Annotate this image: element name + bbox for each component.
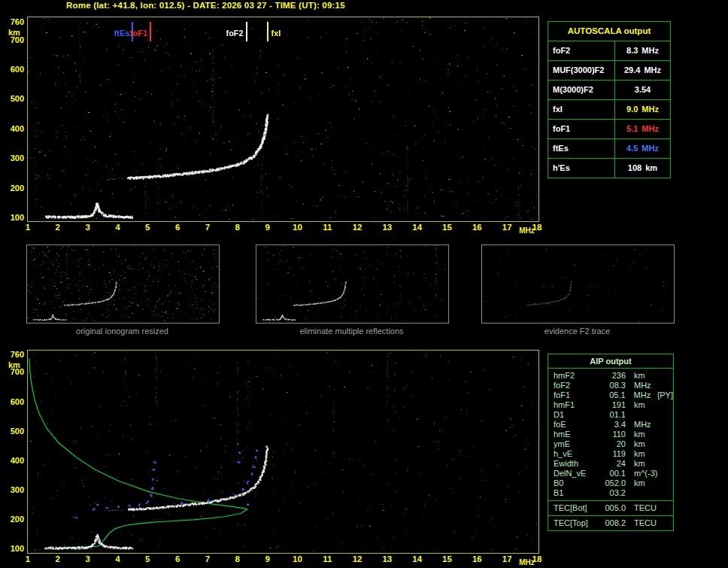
x-tick-label: 2: [56, 554, 60, 563]
ionogram-plot: [27, 17, 539, 222]
x-tick-label: 15: [442, 554, 452, 563]
y-tick-label: 760: [2, 17, 24, 26]
autoscala-row-value: 29.4MHz: [615, 61, 670, 80]
y-tick-label: 200: [2, 184, 24, 193]
x-tick-label: 5: [145, 554, 150, 563]
autoscala-row: foF28.3MHz: [548, 41, 670, 61]
autoscala-row-label: M(3000)F2: [548, 80, 615, 99]
x-tick-label: 17: [502, 223, 512, 232]
thumbnail-f2-canvas: [482, 245, 672, 321]
y-tick-label: 300: [2, 485, 24, 494]
aip-row: B103.2: [548, 488, 673, 498]
y-tick-label: 500: [2, 94, 24, 103]
aip-row: foF208.3MHz: [548, 381, 673, 390]
thumbnail-f2-trace: [481, 245, 675, 323]
autoscala-table-rows: foF28.3MHzMUF(3000)F229.4MHzM(3000)F23.5…: [548, 41, 670, 178]
x-tick-label: 9: [265, 554, 269, 563]
x-tick-label: 12: [353, 554, 362, 563]
x-tick-label: 16: [472, 223, 482, 232]
y-tick-label: 600: [2, 397, 24, 406]
autoscala-row-value: 8.3MHz: [615, 41, 670, 60]
x-tick-label: 14: [412, 554, 422, 563]
aip-tec-row: TEC[Top]008.2TECU: [548, 518, 673, 528]
y-axis-unit: km: [8, 360, 20, 369]
thumbnail-original-canvas: [27, 245, 217, 321]
x-axis-unit: MHz: [519, 226, 535, 235]
x-tick-label: 14: [412, 223, 422, 232]
x-tick-label: 10: [293, 554, 302, 563]
aip-row: B0052.0km: [548, 478, 673, 488]
y-tick-label: 400: [2, 456, 24, 465]
x-tick-label: 9: [265, 223, 269, 232]
aip-tec-divider: [548, 515, 673, 516]
autoscala-row-value: 3.54: [615, 80, 670, 99]
x-tick-label: 13: [382, 554, 392, 563]
aip-row: h_vE119km: [548, 449, 673, 459]
x-tick-label: 11: [323, 223, 332, 232]
y-tick-label: 760: [2, 350, 24, 359]
autoscala-row-label: fxI: [548, 100, 615, 119]
x-tick-label: 8: [235, 554, 240, 563]
station-title: Rome (lat: +41.8, lon: 012.5) - DATE: 20…: [66, 1, 345, 10]
aip-tec-row: TEC[Bot]005.0TECU: [548, 503, 673, 513]
autoscala-row: foF15.1MHz: [548, 120, 670, 139]
x-tick-label: 8: [235, 223, 240, 232]
x-tick-label: 15: [442, 223, 452, 232]
x-tick-label: 4: [115, 223, 120, 232]
x-tick-label: 4: [115, 554, 120, 563]
x-tick-label: 12: [353, 223, 362, 232]
autoscala-row-value: 9.0MHz: [615, 100, 670, 119]
y-axis-unit: km: [8, 28, 20, 37]
aip-table-title: AIP output: [548, 354, 673, 369]
y-tick-label: 600: [2, 65, 24, 74]
autoscala-row: fxI9.0MHz: [548, 100, 670, 120]
x-tick-label: 1: [26, 223, 30, 232]
autoscala-row-value: 5.1MHz: [615, 120, 670, 138]
x-tick-label: 10: [293, 223, 302, 232]
caption-f2-trace: evidence F2 trace: [481, 327, 673, 336]
aip-row: foE3.4MHz: [548, 420, 673, 430]
x-tick-label: 3: [85, 223, 89, 232]
aip-row: foF105.1MHz[PY]: [548, 390, 673, 400]
autoscala-row: M(3000)F23.54: [548, 80, 670, 100]
aip-row: DelN_vE00.1m^(-3): [548, 469, 673, 478]
autoscala-output-table: AUTOSCALA output foF28.3MHzMUF(3000)F229…: [548, 21, 671, 178]
thumbnail-original-ionogram: [26, 245, 220, 323]
x-tick-label: 6: [175, 223, 180, 232]
aip-row: hmF1191km: [548, 400, 673, 410]
autoscala-row-label: foF2: [548, 41, 615, 60]
x-tick-label: 6: [175, 554, 180, 563]
y-tick-label: 400: [2, 124, 24, 133]
x-tick-label: 7: [205, 223, 210, 232]
aip-output-table: AIP output hmF2236kmfoF208.3MHzfoF105.1M…: [548, 354, 674, 531]
ionogram-canvas: [28, 17, 538, 221]
aip-tec-rows: TEC[Bot]005.0TECUTEC[Top]008.2TECU: [548, 503, 673, 528]
autoscala-row: MUF(3000)F229.4MHz: [548, 61, 670, 80]
autoscala-row-label: MUF(3000)F2: [548, 61, 615, 80]
y-tick-label: 100: [2, 544, 24, 553]
autoscala-row-label: h'Es: [548, 159, 615, 178]
x-tick-label: 16: [472, 554, 482, 563]
y-tick-label: 200: [2, 515, 24, 524]
y-tick-label: 300: [2, 153, 24, 163]
thumbnail-reflections-canvas: [256, 245, 447, 321]
aip-table-rows: hmF2236kmfoF208.3MHzfoF105.1MHz[PY]hmF11…: [548, 371, 673, 498]
y-tick-label: 100: [2, 213, 24, 222]
autoscala-row-label: ftEs: [548, 139, 615, 158]
caption-multiple-reflections: eliminate multiple reflections: [256, 327, 447, 336]
x-tick-label: 5: [145, 223, 150, 232]
x-tick-label: 11: [323, 554, 332, 563]
profile-canvas: [28, 351, 538, 553]
autoscala-row: h'Es108km: [548, 159, 670, 178]
x-tick-label: 1: [26, 554, 30, 563]
x-tick-label: 3: [85, 554, 89, 563]
aip-tec-divider: [548, 500, 673, 501]
autoscala-row-value: 4.5MHz: [615, 139, 670, 158]
x-tick-label: 17: [502, 554, 512, 563]
caption-original-ionogram: original ionogram resized: [26, 327, 218, 336]
x-tick-label: 7: [205, 554, 210, 563]
aip-row: D101.1: [548, 410, 673, 420]
x-tick-label: 13: [382, 223, 392, 232]
profile-plot: [27, 350, 539, 554]
autoscala-row-label: foF1: [548, 120, 615, 138]
